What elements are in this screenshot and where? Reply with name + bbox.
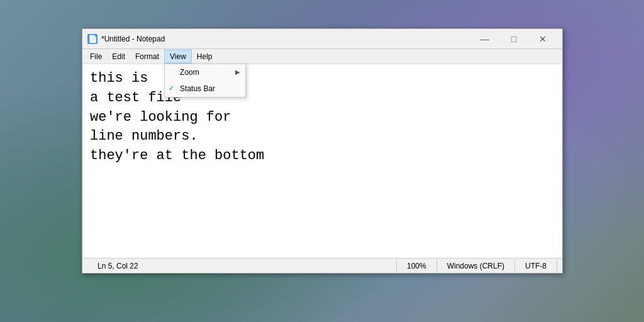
window-title: *Untitled - Notepad [101,35,470,43]
title-bar-controls: — □ ✕ [470,29,557,49]
title-bar: *Untitled - Notepad — □ ✕ [82,29,562,49]
view-dropdown: Zoom ▶ ✓ Status Bar [164,64,246,97]
view-menu-container: View Zoom ▶ ✓ Status Bar [164,50,192,64]
minimize-button[interactable]: — [470,29,499,49]
editor-content[interactable]: this is a test file we're looking for li… [82,64,562,258]
menu-item-edit[interactable]: Edit [107,50,130,64]
menu-item-view[interactable]: View [164,50,192,64]
cursor-position: Ln 5, Col 22 [87,258,397,273]
menu-item-help[interactable]: Help [192,50,218,64]
editor-area: this is a test file we're looking for li… [82,64,562,258]
status-bar-item[interactable]: ✓ Status Bar [165,80,245,97]
checkmark-icon: ✓ [169,84,174,92]
close-button[interactable]: ✕ [528,29,557,49]
status-bar: Ln 5, Col 22 100% Windows (CRLF) UTF-8 [82,258,562,273]
app-icon [87,34,97,44]
submenu-arrow-icon: ▶ [235,69,240,75]
menu-item-file[interactable]: File [85,50,107,64]
menu-bar: File Edit Format View Zoom ▶ ✓ Status Ba… [82,49,562,64]
zoom-level: 100% [397,258,437,273]
zoom-label: Zoom [180,68,199,77]
maximize-button[interactable]: □ [499,29,528,49]
line-ending: Windows (CRLF) [437,258,515,273]
menu-item-format[interactable]: Format [130,50,164,64]
zoom-item[interactable]: Zoom ▶ [165,64,245,80]
encoding: UTF-8 [515,258,557,273]
notepad-window: *Untitled - Notepad — □ ✕ File Edit Form… [82,28,563,274]
status-bar-label: Status Bar [180,84,215,93]
